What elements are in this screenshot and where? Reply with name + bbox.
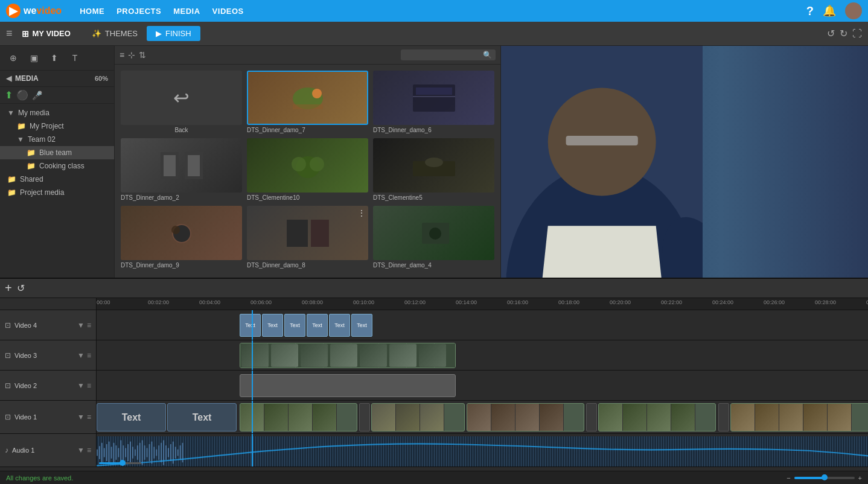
more-options-icon[interactable]: ⋮ [357, 208, 366, 218]
transition2[interactable] [586, 403, 597, 431]
video2-clip[interactable] [240, 374, 456, 397]
media-item-clip2[interactable]: DTS_Dinner_damo_6 [373, 71, 494, 133]
ruler-mark-5: 00:10:00 [353, 299, 374, 305]
playhead-line-audio [252, 434, 253, 466]
upload-cloud-icon[interactable]: ⬆ [5, 89, 13, 101]
tracks-container: ⊡ Video 4 ▼ ≡ 🛡 ✂ 00:05:19 Text Text Tex… [0, 310, 868, 471]
media-percent: 60% [95, 75, 108, 82]
vol-track[interactable] [99, 462, 141, 464]
zoom-out-icon[interactable]: − [787, 474, 790, 482]
large-text-clip-2[interactable]: Text [167, 403, 237, 431]
tree-label: My media [18, 109, 49, 117]
app-logo[interactable]: ▶ wevideo [6, 4, 62, 18]
text-tool-button[interactable]: T [66, 49, 83, 66]
video1-menu-icon[interactable]: ≡ [87, 413, 91, 421]
tree-item-team02[interactable]: ▼ Team 02 [0, 133, 114, 146]
video1-clip2[interactable] [371, 403, 465, 431]
notifications-icon[interactable]: 🔔 [823, 4, 836, 18]
zoom-slider-track[interactable] [794, 477, 855, 479]
nav-media[interactable]: MEDIA [173, 7, 200, 16]
v1c4-thumb4 [671, 404, 695, 431]
media-item-clip8[interactable]: DTS_Dinner_damo_4 [373, 206, 494, 269]
video3-dropdown-icon[interactable]: ▼ [77, 351, 85, 360]
media-item-clip6[interactable]: DTS_Dinner_damo_9 [121, 206, 242, 269]
zoom-slider-thumb[interactable] [822, 474, 828, 480]
video1-clip3[interactable] [467, 403, 584, 431]
add-media-button[interactable]: ⊕ [5, 49, 22, 66]
video3-track: ⊡ Video 3 ▼ ≡ [0, 340, 868, 371]
text-clip-6[interactable]: Text [351, 314, 372, 337]
svg-rect-44 [132, 447, 133, 458]
media-back-button[interactable]: ↩ Back [121, 71, 242, 133]
fullscreen-toggle-icon[interactable]: ⛶ [852, 28, 862, 39]
v1c3-thumb2 [491, 404, 515, 431]
tree-item-cooking-class[interactable]: 📁 Cooking class [0, 159, 114, 173]
search-input[interactable] [404, 51, 483, 59]
audio1-menu-icon[interactable]: ≡ [87, 446, 91, 454]
vol-thumb[interactable] [120, 460, 126, 466]
nav-home[interactable]: HOME [80, 7, 104, 16]
screen-record-button[interactable]: ▣ [25, 49, 42, 66]
tree-item-project-media[interactable]: 📁 Project media [0, 186, 114, 199]
svg-rect-2 [293, 104, 323, 109]
video1-clip4[interactable] [598, 403, 716, 431]
user-avatar[interactable] [845, 2, 862, 19]
video1-clip1[interactable] [240, 403, 357, 431]
media-item-clip5[interactable]: DTS_Clementine5 [373, 138, 494, 201]
svg-rect-27 [566, 136, 638, 145]
nav-videos[interactable]: VIDEOS [212, 7, 244, 16]
timeline-header: + ↺ [0, 279, 868, 298]
text-clip-5[interactable]: Text [329, 314, 350, 337]
timeline-undo-button[interactable]: ↺ [17, 282, 25, 294]
menu-icon[interactable]: ≡ [6, 27, 13, 40]
tree-item-shared[interactable]: 📁 Shared [0, 173, 114, 186]
search-icon[interactable]: 🔍 [483, 51, 492, 59]
text-clip-3[interactable]: Text [284, 314, 305, 337]
timeline-add-button[interactable]: + [5, 281, 12, 295]
list-view-icon[interactable]: ≡ [120, 50, 124, 60]
video3-clip[interactable] [240, 343, 456, 368]
media-item-clip4[interactable]: DTS_Clementine10 [247, 138, 368, 201]
svg-rect-18 [311, 220, 329, 247]
media-item-clip3[interactable]: DTS_Dinner_damo_2 [121, 138, 242, 201]
v3-thumb6 [389, 344, 416, 367]
text-clip-2[interactable]: Text [262, 314, 283, 337]
zoom-in-icon[interactable]: + [858, 474, 862, 482]
transition3[interactable] [718, 403, 729, 431]
tree-item-blue-team[interactable]: 📁 Blue team [0, 146, 114, 159]
media-item-clip1[interactable]: DTS_Dinner_damo_7 [247, 71, 368, 133]
video2-dropdown-icon[interactable]: ▼ [77, 381, 85, 390]
video4-menu-icon[interactable]: ≡ [87, 321, 91, 330]
text-clip-4[interactable]: Text [307, 314, 328, 337]
record-button[interactable]: ⚫ [16, 89, 28, 101]
svg-point-12 [310, 157, 324, 171]
filter-icon[interactable]: ⊹ [128, 50, 135, 60]
video4-dropdown-icon[interactable]: ▼ [77, 321, 85, 330]
status-bar: All changes are saved. − + [0, 471, 868, 484]
video2-menu-icon[interactable]: ≡ [87, 381, 91, 390]
transition1[interactable] [359, 403, 370, 431]
microphone-icon[interactable]: 🎤 [32, 91, 42, 100]
finish-button[interactable]: ▶ FINISH [147, 26, 200, 41]
undo-icon[interactable]: ↺ [827, 28, 835, 39]
audio1-dropdown-icon[interactable]: ▼ [77, 446, 85, 454]
video1-dropdown-icon[interactable]: ▼ [77, 413, 85, 421]
themes-button[interactable]: ✨ THEMES [86, 27, 144, 40]
svg-rect-65 [182, 443, 183, 462]
project-grid-icon: ⊞ [22, 29, 29, 39]
text-clip-1[interactable]: Text [240, 314, 261, 337]
nav-projects[interactable]: PROJECTS [116, 7, 161, 16]
timeline-ruler: 00:0000:02:0000:04:0000:06:0000:08:0000:… [0, 298, 868, 310]
import-button[interactable]: ⬆ [46, 49, 63, 66]
video3-menu-icon[interactable]: ≡ [87, 351, 91, 360]
sort-icon[interactable]: ⇅ [139, 50, 146, 60]
media-item-clip7[interactable]: DTS_Dinner_damo_8 ⋮ [247, 206, 368, 269]
tree-item-my-media[interactable]: ▼ My media [0, 106, 114, 119]
redo-icon[interactable]: ↻ [840, 28, 847, 39]
help-icon[interactable]: ? [806, 4, 814, 18]
video1-clip5[interactable] [730, 403, 868, 431]
media-collapse-arrow[interactable]: ◀ [6, 74, 11, 83]
tree-item-my-project[interactable]: 📁 My Project [0, 119, 114, 133]
large-text-clip-1[interactable]: Text [97, 403, 166, 431]
svg-rect-50 [147, 448, 148, 457]
